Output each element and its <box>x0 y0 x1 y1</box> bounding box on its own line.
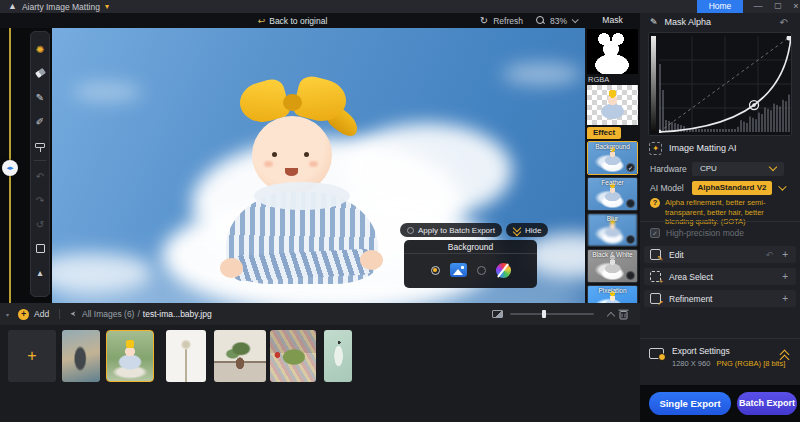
filmstrip-thumb-bottle[interactable] <box>324 330 352 382</box>
high-precision-checkbox[interactable]: ✓ <box>650 228 660 238</box>
effect-card-black-white[interactable]: Black & White <box>587 249 638 283</box>
roller-tool[interactable] <box>32 133 48 157</box>
add-image-icon[interactable]: + <box>18 309 29 320</box>
eraser-tool[interactable] <box>32 61 48 85</box>
background-options <box>404 254 537 286</box>
maximize-button[interactable]: ▢ <box>770 0 786 13</box>
breadcrumb-arrow-icon[interactable]: ➤ <box>70 310 76 318</box>
menu-bar: ↩ Back to original ↻ Refresh 83% <box>0 13 585 28</box>
effect-check-icon[interactable] <box>626 199 635 208</box>
filmstrip-thumb-plant[interactable] <box>214 330 266 382</box>
effect-card-pixelation[interactable]: Pixelation <box>587 285 638 303</box>
filmstrip-thumb-baby-selected[interactable] <box>106 330 154 382</box>
effect-check-icon[interactable]: ✓ <box>626 163 635 172</box>
ai-model-value: AlphaStandard V2 <box>698 183 767 192</box>
edit-undo-icon[interactable]: ↶ <box>766 250 774 260</box>
brush-tool[interactable]: ✐ <box>32 109 48 133</box>
mask-alpha-undo-icon[interactable]: ↶ <box>780 17 788 28</box>
edit-section[interactable]: ✎ Edit ↶ + <box>644 246 796 263</box>
area-select-expand-icon[interactable]: + <box>782 271 788 282</box>
effect-label: Blur <box>588 215 637 222</box>
background-options-panel: Background <box>404 240 537 288</box>
matting-magic-tool[interactable]: ✺ <box>32 37 48 61</box>
back-to-original-button[interactable]: ↩ Back to original <box>258 16 328 26</box>
minimize-button[interactable]: — <box>750 0 766 13</box>
zoom-dropdown-chevron-icon[interactable] <box>572 16 579 23</box>
breadcrumb-all-images[interactable]: All Images (6) <box>82 309 134 319</box>
background-image-icon[interactable] <box>450 263 467 277</box>
effect-check-icon[interactable] <box>626 271 635 280</box>
export-expand-chevrons-icon[interactable] <box>780 351 790 361</box>
zoom-level-value[interactable]: 83% <box>550 16 567 26</box>
refinement-section[interactable]: ↗ Refinement + <box>644 290 796 307</box>
baby-mouth <box>285 168 298 176</box>
close-button[interactable]: × <box>788 0 800 13</box>
mask-alpha-title: Mask Alpha <box>665 17 712 27</box>
bottom-bar: ▾ + Add ➤ All Images (6) / test-ima...ba… <box>0 303 640 325</box>
alpha-curve-editor[interactable] <box>648 32 792 136</box>
frame-select-tool[interactable] <box>32 236 48 260</box>
rgba-preview-thumbnail[interactable] <box>587 85 638 125</box>
filmstrip-thumb-woman[interactable] <box>62 330 100 382</box>
cloud-shape <box>72 83 142 101</box>
app-logo-icon: ▲ <box>8 0 17 13</box>
effect-card-feather[interactable]: Feather <box>587 177 638 211</box>
collapse-toolbar-button[interactable]: ▴ <box>32 260 48 284</box>
background-image-radio[interactable] <box>431 266 440 275</box>
batch-export-button[interactable]: Batch Export <box>737 392 797 415</box>
effect-check-icon[interactable] <box>626 235 635 244</box>
effect-card-background[interactable]: Background ✓ <box>587 141 638 175</box>
bow-knot <box>283 94 302 111</box>
effect-tab[interactable]: Effect <box>587 127 621 139</box>
hide-chevrons-icon <box>513 226 521 234</box>
area-select-section[interactable]: + Area Select + <box>644 268 796 285</box>
delete-image-icon[interactable] <box>618 308 629 320</box>
export-resolution: 1280 X 960 <box>672 359 710 368</box>
export-settings-title: Export Settings <box>672 346 730 356</box>
add-image-label[interactable]: Add <box>34 309 49 319</box>
thumbnail-zoom-handle[interactable] <box>542 310 546 318</box>
compare-slider-handle[interactable]: ◂▸ <box>2 160 18 176</box>
home-button[interactable]: Home <box>697 0 743 13</box>
image-canvas[interactable]: Apply to Batch Export Hide Background <box>52 28 585 303</box>
single-export-button[interactable]: Single Export <box>649 392 731 415</box>
baby-cheek <box>264 161 273 167</box>
filmstrip-thumb-dandelion[interactable] <box>166 330 206 382</box>
alpha-curve-plot[interactable] <box>659 36 791 133</box>
effect-card-blur[interactable]: Blur <box>587 213 638 247</box>
hardware-chevron-icon <box>769 162 777 170</box>
help-icon[interactable]: ? <box>650 198 660 208</box>
color-wheel-icon[interactable] <box>496 263 511 278</box>
filmstrip-collapse-icon[interactable]: ▾ <box>6 311 9 318</box>
redo-tool[interactable]: ↷ <box>32 188 48 212</box>
reset-tool[interactable]: ↺ <box>32 212 48 236</box>
hide-button[interactable]: Hide <box>506 223 548 237</box>
refinement-expand-icon[interactable]: + <box>782 293 788 304</box>
baby-cheek <box>309 161 318 167</box>
app-menu-chevron-icon[interactable]: ▾ <box>105 2 109 11</box>
add-image-tile[interactable]: + <box>8 330 56 382</box>
eraser-icon <box>35 68 46 78</box>
thumbnail-zoom-slider[interactable] <box>510 313 594 315</box>
pen-tool[interactable]: ✎ <box>32 85 48 109</box>
apply-to-batch-export-button[interactable]: Apply to Batch Export <box>400 223 502 237</box>
back-to-original-label: Back to original <box>269 16 327 26</box>
current-filename: test-ima...baby.jpg <box>143 309 212 319</box>
mask-preview-thumbnail[interactable] <box>587 29 638 74</box>
export-format: PNG (RGBA) [8 bits] <box>716 359 785 368</box>
baby-hand <box>360 250 383 270</box>
export-settings-block[interactable]: Export Settings 1280 X 960 PNG (RGBA) [8… <box>640 338 800 382</box>
effects-scroll-up-icon[interactable] <box>607 312 615 320</box>
background-color-radio[interactable] <box>477 266 486 275</box>
ai-model-chevron-icon[interactable] <box>778 182 786 190</box>
filmstrip-thumb-bag[interactable] <box>270 330 316 382</box>
mask-alpha-header: ✎ Mask Alpha ↶ <box>640 13 800 31</box>
undo-tool[interactable]: ↶ <box>32 164 48 188</box>
baby-hand <box>220 258 243 278</box>
canvas-overlay-buttons: Apply to Batch Export Hide <box>400 223 548 237</box>
roller-icon <box>35 143 45 148</box>
ai-model-select[interactable]: AlphaStandard V2 <box>692 181 772 195</box>
edit-expand-icon[interactable]: + <box>782 249 788 260</box>
refresh-button[interactable]: Refresh <box>493 16 523 26</box>
hardware-select[interactable]: CPU <box>692 162 784 176</box>
